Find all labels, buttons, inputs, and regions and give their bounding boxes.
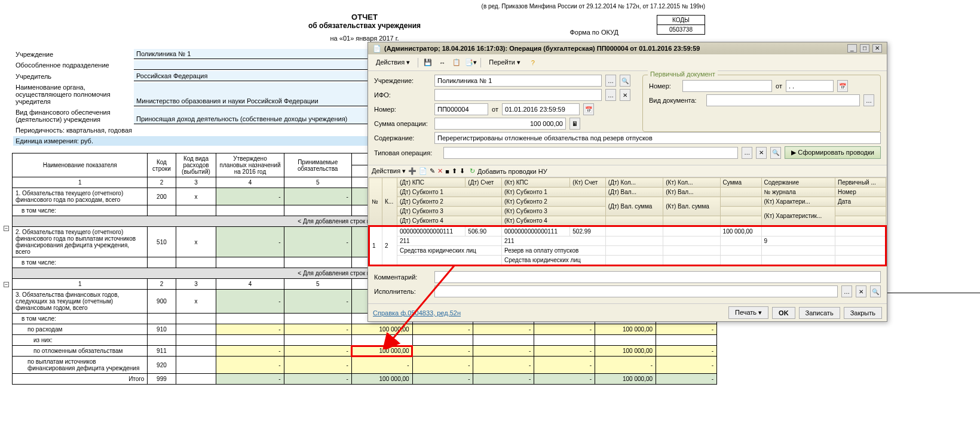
entries-table[interactable]: № К... (Дт) КПС(Дт) Счет (Кт) КПС(Кт) Сч… (368, 177, 887, 266)
table-row: по отложенным обязательствам 911 - - 100… (13, 346, 717, 357)
save-button[interactable]: Записать (799, 307, 840, 319)
calendar-icon[interactable]: 📅 (583, 103, 594, 115)
print-button[interactable]: Печать ▾ (728, 306, 768, 319)
clear-button[interactable]: ✕ (856, 285, 866, 297)
calendar-icon[interactable]: 📅 (837, 80, 848, 92)
template-icon[interactable]: 📑▾ (465, 57, 477, 68)
search-icon[interactable]: 🔍 (770, 147, 781, 159)
highlighted-cell: 100 000,00 (351, 346, 412, 357)
form-entries-button[interactable]: ▶ Сформировать проводки (785, 146, 881, 159)
org-input[interactable] (434, 75, 602, 87)
executor-input[interactable] (434, 285, 838, 297)
help-icon[interactable]: ? (527, 57, 539, 68)
codes-box: КОДЫ 0503738 (657, 15, 705, 35)
actions-menu[interactable]: Действия ▾ (372, 167, 406, 175)
entries-toolbar: Действия ▾ ➕ 📄 ✎ ✕ ■ ⬆ ⬇ ↻ Добавить пров… (368, 165, 887, 177)
expand-icon[interactable]: − (4, 282, 9, 287)
add-icon[interactable]: ➕ (408, 167, 416, 175)
search-icon[interactable]: 🔍 (620, 75, 630, 87)
refresh-icon[interactable]: ↻ (470, 167, 475, 175)
operation-dialog: 📄 (Администратор; 18.04.2016 16:17:03): … (368, 42, 887, 322)
down-icon[interactable]: ⬇ (460, 167, 465, 175)
report-title: ОТЧЕТ (12, 13, 717, 21)
maximize-button[interactable]: □ (860, 44, 869, 53)
dialog-footer: Справка ф.0504833, ред.52н Печать ▾ OK З… (368, 303, 887, 321)
okud-label: Форма по ОКУД (570, 29, 619, 36)
up-icon[interactable]: ⬆ (452, 167, 457, 175)
comment-input[interactable] (434, 271, 881, 283)
pdoc-number-input[interactable] (682, 80, 772, 92)
select-button[interactable]: … (605, 75, 616, 87)
dialog-titlebar[interactable]: 📄 (Администратор; 18.04.2016 16:17:03): … (368, 42, 887, 54)
date-input[interactable] (502, 103, 580, 115)
select-button[interactable]: … (863, 94, 874, 106)
highlighted-entry-row: 1 2 0000000000000111506.90 0000000000000… (369, 226, 886, 266)
ifo-input[interactable] (434, 89, 602, 101)
ok-button[interactable]: OK (772, 307, 795, 319)
stop-icon[interactable]: ■ (445, 168, 449, 175)
close-button[interactable]: Закрыть (844, 307, 882, 319)
save-icon[interactable]: 💾 (422, 57, 434, 68)
clear-button[interactable]: ✕ (620, 89, 630, 101)
sum-input[interactable] (434, 118, 566, 130)
add-nu-button[interactable]: Добавить проводки НУ (477, 168, 547, 175)
pdoc-date-input[interactable] (786, 80, 834, 92)
table-row: Итого 999 -- 100 000,00- -- 100 000,00- (13, 374, 717, 385)
codes-label: КОДЫ (657, 16, 705, 25)
expand-icon[interactable]: − (4, 226, 9, 231)
edit-icon[interactable]: ✎ (430, 167, 435, 175)
minimize-button[interactable]: _ (847, 44, 857, 53)
delete-icon[interactable]: ✕ (437, 167, 443, 175)
regulation-text: (в ред. Приказов Минфина России от 29.12… (12, 0, 717, 10)
table-row: по выплатам источников финансирования де… (13, 357, 717, 374)
select-button[interactable]: … (841, 285, 852, 297)
select-button[interactable]: … (742, 147, 752, 159)
refresh-icon[interactable]: ↔ (436, 57, 448, 68)
goto-menu[interactable]: Перейти ▾ (485, 57, 525, 68)
search-icon[interactable]: 🔍 (870, 285, 881, 297)
pdoc-type-input[interactable] (706, 94, 860, 106)
clear-button[interactable]: ✕ (756, 147, 767, 159)
table-row: по расходам 910 - - 100 000,00 --- 100 0… (13, 324, 717, 335)
actions-menu[interactable]: Действия ▾ (372, 57, 414, 68)
typeop-input[interactable] (443, 147, 738, 159)
close-button[interactable]: ✕ (872, 44, 882, 53)
document-icon: 📄 (373, 45, 381, 53)
select-button[interactable]: … (605, 89, 616, 101)
primary-doc-group: Первичный документ Номер: от 📅 Вид докум… (642, 75, 881, 132)
copy-icon[interactable]: 📄 (419, 167, 427, 175)
reference-link[interactable]: Справка ф.0504833, ред.52н (373, 309, 461, 317)
calc-icon[interactable]: 🖩 (569, 118, 580, 130)
content-input[interactable] (434, 132, 881, 144)
okud-value: 0503738 (657, 25, 705, 35)
number-input[interactable] (434, 103, 488, 115)
copy-icon[interactable]: 📋 (451, 57, 463, 68)
main-toolbar: Действия ▾ 💾 ↔ 📋 📑▾ Перейти ▾ ? (368, 54, 887, 71)
divider (884, 293, 980, 293)
